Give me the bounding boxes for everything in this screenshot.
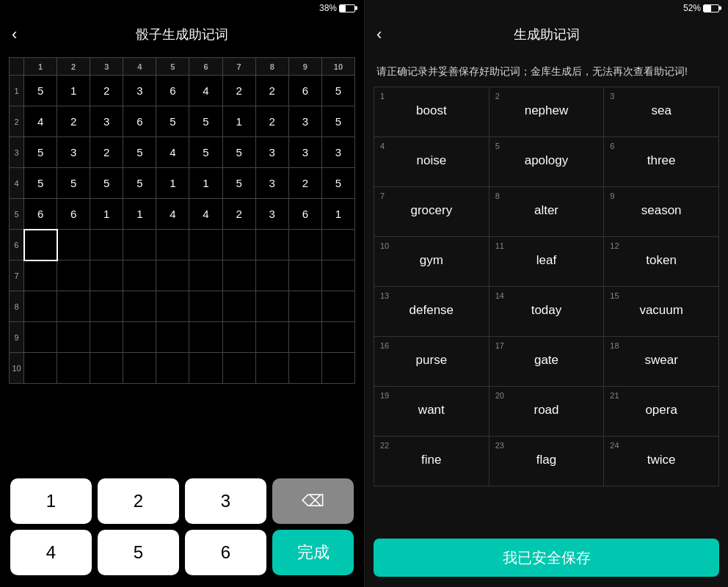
dice-cell-r7-c5 (156, 260, 189, 291)
dice-cell-r6-c4 (123, 230, 156, 260)
word-number-24: 24 (610, 441, 713, 450)
dice-cell-r8-c4 (123, 291, 156, 322)
word-number-3: 3 (610, 92, 713, 101)
dice-cell-r10-c1 (24, 353, 57, 384)
word-cell-9: 9season (604, 187, 719, 237)
dice-cell-r1-c8: 2 (255, 76, 288, 106)
word-text-2: nephew (495, 103, 598, 118)
dice-cell-r9-c7 (222, 322, 255, 353)
key-6[interactable]: 6 (185, 530, 266, 575)
row-header-7: 7 (10, 260, 24, 291)
word-text-17: gate (495, 353, 598, 368)
word-cell-6: 6three (604, 137, 719, 187)
dice-cell-r7-c8 (255, 260, 288, 291)
dice-cell-r8-c9 (288, 291, 321, 322)
back-button-right[interactable]: ‹ (376, 26, 382, 43)
word-cell-8: 8alter (489, 187, 604, 237)
dice-cell-r4-c8: 3 (255, 168, 288, 199)
dice-table: 1 2 3 4 5 6 7 8 9 10 1512364226524236551… (9, 57, 355, 384)
word-text-19: want (380, 403, 483, 418)
dice-cell-r10-c4 (123, 353, 156, 384)
dice-cell-r2-c2: 2 (57, 106, 90, 137)
dice-cell-r3-c10: 3 (321, 137, 354, 168)
dice-cell-r2-c10: 5 (321, 106, 354, 137)
page-title-right: 生成助记词 (514, 26, 580, 43)
back-button-left[interactable]: ‹ (12, 26, 17, 43)
status-bar-left: 38% (0, 0, 364, 16)
word-number-20: 20 (495, 391, 598, 400)
left-panel: 38% ‹ 骰子生成助记词 1 2 3 4 5 6 7 8 (0, 0, 364, 587)
dice-cell-r8-c6 (189, 291, 222, 322)
dice-cell-r9-c3 (90, 322, 123, 353)
key-3[interactable]: 3 (185, 478, 266, 524)
word-cell-14: 14today (489, 287, 604, 337)
word-number-13: 13 (380, 291, 483, 300)
dice-cell-r4-c9: 2 (288, 168, 321, 199)
row-header-5: 5 (10, 199, 24, 230)
word-cell-17: 17gate (489, 337, 604, 387)
key-backspace[interactable]: ⌫ (272, 478, 354, 524)
word-text-20: road (495, 403, 598, 418)
header-right: ‹ 生成助记词 (365, 16, 728, 53)
col-header-6: 6 (189, 58, 222, 76)
dice-cell-r1-c10: 5 (321, 76, 354, 106)
dice-cell-r4-c3: 5 (90, 168, 123, 199)
word-text-7: grocery (380, 203, 483, 218)
row-header-6: 6 (10, 230, 24, 260)
key-5[interactable]: 5 (98, 530, 179, 575)
dice-cell-r7-c3 (90, 260, 123, 291)
dice-cell-r10-c5 (156, 353, 189, 384)
battery-fill-left (340, 5, 346, 12)
dice-cell-r6-c6 (189, 230, 222, 260)
dice-cell-r10-c10 (321, 353, 354, 384)
dice-cell-r6-c7 (222, 230, 255, 260)
dice-cell-r5-c8: 3 (255, 199, 288, 230)
dice-cell-r3-c7: 5 (222, 137, 255, 168)
key-done[interactable]: 完成 (272, 530, 354, 575)
dice-cell-r2-c5: 5 (156, 106, 189, 137)
word-cell-20: 20road (489, 387, 604, 437)
word-cell-23: 23flag (489, 437, 604, 486)
word-cell-22: 22fine (374, 437, 489, 486)
dice-cell-r4-c1: 5 (24, 168, 57, 199)
word-table: 1boost2nephew3sea4noise5apology6three7gr… (374, 87, 719, 486)
word-cell-7: 7grocery (374, 187, 489, 237)
key-1[interactable]: 1 (10, 478, 92, 524)
word-text-18: swear (610, 353, 713, 368)
dice-cell-r2-c9: 3 (288, 106, 321, 137)
word-number-6: 6 (610, 142, 713, 150)
dice-cell-r10-c7 (222, 353, 255, 384)
dice-cell-r6-c9 (288, 230, 321, 260)
dice-cell-r7-c6 (189, 260, 222, 291)
row-header-1: 1 (10, 76, 24, 106)
dice-cell-r2-c4: 6 (123, 106, 156, 137)
word-cell-11: 11leaf (489, 237, 604, 287)
save-button[interactable]: 我已安全保存 (374, 539, 719, 577)
word-cell-2: 2nephew (489, 87, 604, 137)
word-text-22: fine (380, 453, 483, 467)
dice-cell-r2-c8: 2 (255, 106, 288, 137)
word-cell-10: 10gym (374, 237, 489, 287)
key-4[interactable]: 4 (10, 530, 92, 575)
word-text-9: season (610, 203, 713, 218)
col-header-3: 3 (90, 58, 123, 76)
dice-cell-r4-c10: 5 (321, 168, 354, 199)
battery-percent-right: 52% (683, 3, 701, 13)
dice-cell-r8-c1 (24, 291, 57, 322)
row-header-4: 4 (10, 168, 24, 199)
word-cell-3: 3sea (604, 87, 719, 137)
dice-cell-r6-c10 (321, 230, 354, 260)
word-number-17: 17 (495, 341, 598, 350)
key-2[interactable]: 2 (98, 478, 179, 524)
battery-percent-left: 38% (319, 3, 337, 13)
col-header-5: 5 (156, 58, 189, 76)
battery-fill-right (704, 5, 711, 12)
word-cell-21: 21opera (604, 387, 719, 437)
dice-cell-r5-c6: 4 (189, 199, 222, 230)
word-number-14: 14 (495, 291, 598, 300)
dice-cell-r8-c2 (57, 291, 90, 322)
word-number-12: 12 (610, 241, 713, 250)
word-cell-5: 5apology (489, 137, 604, 187)
dice-cell-r7-c7 (222, 260, 255, 291)
dice-cell-r1-c2: 1 (57, 76, 90, 106)
